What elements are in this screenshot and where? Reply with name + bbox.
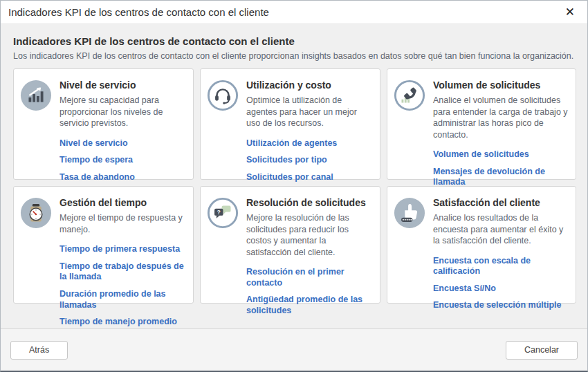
kpi-link-antiguedad-promedio[interactable]: Antigüedad promedio de las solicitudes xyxy=(246,295,373,316)
stopwatch-icon xyxy=(20,197,52,229)
kpi-link-solicitudes-por-tipo[interactable]: Solicitudes por tipo xyxy=(246,155,373,166)
card-title: Gestión del tiempo xyxy=(59,197,186,208)
card-description: Mejore la resolución de las solicitudes … xyxy=(246,212,373,258)
card-description: Analice el volumen de solicitudes para e… xyxy=(433,95,569,140)
svg-text:?: ? xyxy=(217,210,221,216)
card-links: Resolución en el primer contacto Antigüe… xyxy=(246,267,373,317)
cancel-button[interactable]: Cancelar xyxy=(506,341,578,360)
card-description: Optimice la utilización de agentes para … xyxy=(246,95,373,129)
thumbs-up-rating-icon xyxy=(394,197,425,229)
card-resolucion-de-solicitudes: ? Resolución de solicitudes Mejore la re… xyxy=(200,186,380,304)
phone-traffic-icon xyxy=(394,80,425,111)
kpi-link-tasa-de-abandono[interactable]: Tasa de abandono xyxy=(59,172,186,183)
back-button[interactable]: Atrás xyxy=(10,341,68,360)
close-icon[interactable]: ✕ xyxy=(561,5,579,19)
card-nivel-de-servicio: Nivel de servicio Mejore su capacidad pa… xyxy=(13,68,194,180)
bar-chart-growth-icon xyxy=(20,80,52,111)
kpi-card-grid: Nivel de servicio Mejore su capacidad pa… xyxy=(13,68,575,304)
kpi-link-tiempo-de-espera[interactable]: Tiempo de espera xyxy=(59,155,186,166)
card-title: Volumen de solicitudes xyxy=(433,80,569,91)
page-subtitle: Los indicadores KPI de los centros de co… xyxy=(13,51,575,61)
dialog-footer: Atrás Cancelar xyxy=(1,328,587,371)
card-volumen-de-solicitudes: Volumen de solicitudes Analice el volume… xyxy=(387,68,576,180)
kpi-link-encuesta-escala-calificacion[interactable]: Encuesta con escala de calificación xyxy=(433,256,569,277)
question-chat-bubbles-icon: ? xyxy=(207,197,239,229)
card-links: Encuesta con escala de calificación Encu… xyxy=(433,256,569,312)
kpi-dialog: Indicadores KPI de los centros de contac… xyxy=(0,0,588,372)
card-satisfaccion-del-cliente: Satisfacción del cliente Analice los res… xyxy=(387,186,576,304)
dialog-titlebar: Indicadores KPI de los centros de contac… xyxy=(1,1,587,24)
card-description: Mejore su capacidad para proporcionar lo… xyxy=(59,95,186,129)
headset-icon xyxy=(207,80,239,111)
kpi-link-solicitudes-por-canal[interactable]: Solicitudes por canal xyxy=(246,172,373,183)
card-title: Satisfacción del cliente xyxy=(433,197,569,208)
kpi-link-volumen-de-solicitudes[interactable]: Volumen de solicitudes xyxy=(433,149,569,160)
card-description: Analice los resultados de la encuesta pa… xyxy=(433,212,569,247)
dialog-title: Indicadores KPI de los centros de contac… xyxy=(8,6,269,18)
kpi-link-resolucion-primer-contacto[interactable]: Resolución en el primer contacto xyxy=(246,267,373,288)
card-title: Resolución de solicitudes xyxy=(246,197,373,208)
kpi-link-mensajes-devolucion[interactable]: Mensajes de devolución de llamada xyxy=(433,167,569,188)
kpi-link-duracion-promedio-llamadas[interactable]: Duración promedio de las llamadas xyxy=(59,289,186,310)
card-links: Tiempo de primera respuesta Tiempo de tr… xyxy=(59,244,186,328)
kpi-link-encuesta-si-no[interactable]: Encuesta Sí/No xyxy=(433,283,569,295)
card-title: Nivel de servicio xyxy=(59,80,186,91)
kpi-link-tiempo-trabajo-despues[interactable]: Tiempo de trabajo después de la llamada xyxy=(59,261,186,283)
kpi-link-tiempo-primera-respuesta[interactable]: Tiempo de primera respuesta xyxy=(59,244,186,255)
card-description: Mejore el tiempo de respuesta y manejo. xyxy=(59,212,186,235)
kpi-link-utilizacion-de-agentes[interactable]: Utilización de agentes xyxy=(246,138,373,149)
kpi-link-nivel-de-servicio[interactable]: Nivel de servicio xyxy=(59,138,186,149)
kpi-link-tiempo-manejo-promedio[interactable]: Tiempo de manejo promedio xyxy=(59,317,186,328)
card-utilizacion-y-costo: Utilización y costo Optimice la utilizac… xyxy=(200,68,380,180)
page-title: Indicadores KPI de los centros de contac… xyxy=(13,35,575,47)
card-title: Utilización y costo xyxy=(246,80,373,91)
kpi-link-encuesta-seleccion-multiple[interactable]: Encuesta de selección múltiple xyxy=(433,300,569,311)
card-gestion-del-tiempo: Gestión del tiempo Mejore el tiempo de r… xyxy=(13,186,194,304)
dialog-content: Indicadores KPI de los centros de contac… xyxy=(1,24,587,328)
